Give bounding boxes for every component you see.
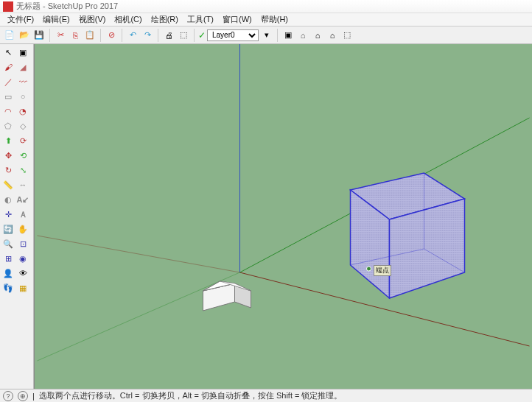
status-separator: | — [32, 392, 35, 401]
copy-button[interactable]: ⎘ — [69, 29, 82, 42]
warehouse-button[interactable]: ▣ — [281, 29, 295, 42]
rotate-tool[interactable]: ⟲ — [16, 149, 29, 162]
redo-button[interactable]: ↷ — [141, 29, 154, 42]
zoom-tool[interactable]: 🔍 — [1, 237, 15, 250]
main-area: ↖ ▣ 🖌 ◢ ／ 〰 ▭ ○ ◠ ◔ ⬠ ◇ ⬆ ⟳ ✥ ⟲ ↻ ⤡ 📏 ↔ … — [0, 44, 532, 389]
paste-button[interactable]: 📋 — [83, 29, 97, 42]
protractor-tool[interactable]: ◐ — [1, 193, 15, 206]
arc-tool[interactable]: ◠ — [1, 105, 15, 118]
status-bar: ? ⊕ | 选取两个点进行移动。Ctrl = 切换拷贝，Alt = 切换自动折叠… — [0, 389, 532, 402]
rotated-rect-tool[interactable]: ◇ — [16, 119, 29, 133]
orbit-tool[interactable]: 🔄 — [1, 222, 15, 236]
layer-visibility-check-icon: ✓ — [198, 30, 206, 40]
separator — [194, 29, 195, 42]
toolbar-left: ↖ ▣ 🖌 ◢ ／ 〰 ▭ ○ ◠ ◔ ⬠ ◇ ⬆ ⟳ ✥ ⟲ ↻ ⤡ 📏 ↔ … — [0, 44, 34, 389]
text-tool[interactable]: A↙ — [16, 193, 29, 206]
extension-manager-button[interactable]: ⬚ — [340, 29, 354, 42]
section-plane-tool[interactable]: ▦ — [16, 281, 29, 295]
make-component-tool[interactable]: ▣ — [16, 46, 29, 59]
separator — [122, 29, 122, 42]
move-tool[interactable]: ✥ — [1, 149, 15, 162]
share-model-button[interactable]: ⌂ — [311, 29, 324, 42]
separator — [277, 29, 278, 42]
circle-tool[interactable]: ○ — [16, 90, 29, 103]
extension-warehouse-button[interactable]: ⌂ — [326, 29, 339, 42]
rectangle-tool[interactable]: ▭ — [1, 90, 15, 103]
pie-tool[interactable]: ◔ — [16, 105, 29, 118]
cut-button[interactable]: ✂ — [54, 29, 67, 42]
3d-text-tool[interactable]: Ａ — [16, 208, 29, 221]
dimension-tool[interactable]: ↔ — [16, 178, 29, 191]
separator — [158, 29, 158, 42]
eraser-tool[interactable]: ◢ — [16, 60, 29, 74]
layer-manager-button[interactable]: ▾ — [260, 29, 273, 42]
app-icon — [3, 1, 13, 12]
line-tool[interactable]: ／ — [1, 75, 15, 88]
undo-button[interactable]: ↶ — [126, 29, 139, 42]
previous-view-tool[interactable]: ◉ — [16, 252, 29, 265]
separator — [49, 29, 50, 42]
freehand-tool[interactable]: 〰 — [16, 75, 29, 88]
menu-file[interactable]: 文件(F) — [3, 14, 38, 25]
menu-edit[interactable]: 编辑(E) — [38, 14, 74, 25]
scale-tool[interactable]: ⤡ — [16, 163, 29, 177]
endpoint-tooltip: 端点 — [374, 265, 391, 276]
menu-camera[interactable]: 相机(C) — [110, 14, 146, 25]
menu-draw[interactable]: 绘图(R) — [147, 14, 183, 25]
toolbar-top: 📄 📂 💾 ✂ ⎘ 📋 ⊘ ↶ ↷ 🖨 ⬚ ✓ Layer0 ▾ ▣ ⌂ ⌂ ⌂… — [0, 27, 532, 44]
zoom-extents-tool[interactable]: ⊞ — [1, 252, 15, 265]
layer-select[interactable]: Layer0 — [207, 29, 259, 41]
warehouse-3d-button[interactable]: ⌂ — [296, 29, 309, 42]
offset-tool[interactable]: ⟳ — [16, 134, 29, 147]
status-hint: 选取两个点进行移动。Ctrl = 切换拷贝，Alt = 切换自动折叠，按住 Sh… — [39, 390, 343, 401]
save-button[interactable]: 💾 — [32, 29, 46, 42]
zoom-window-tool[interactable]: ⊡ — [16, 237, 29, 250]
window-title: 无标题 - SketchUp Pro 2017 — [16, 1, 118, 12]
delete-button[interactable]: ⊘ — [105, 29, 118, 42]
axes-tool[interactable]: ✛ — [1, 208, 15, 221]
print-button[interactable]: 🖨 — [162, 29, 175, 42]
position-camera-tool[interactable]: 👤 — [1, 267, 15, 280]
separator — [100, 29, 101, 42]
paint-tool[interactable]: 🖌 — [1, 60, 15, 74]
menu-bar: 文件(F) 编辑(E) 视图(V) 相机(C) 绘图(R) 工具(T) 窗口(W… — [0, 13, 532, 27]
new-button[interactable]: 📄 — [3, 29, 16, 42]
help-icon[interactable]: ? — [3, 391, 13, 401]
menu-tools[interactable]: 工具(T) — [183, 14, 218, 25]
select-tool[interactable]: ↖ — [1, 46, 15, 59]
geolocation-icon[interactable]: ⊕ — [18, 391, 28, 401]
push-pull-tool[interactable]: ⬆ — [1, 134, 15, 147]
model-info-button[interactable]: ⬚ — [177, 29, 190, 42]
tape-tool[interactable]: 📏 — [1, 178, 15, 191]
menu-view[interactable]: 视图(V) — [74, 14, 111, 25]
title-bar: 无标题 - SketchUp Pro 2017 — [0, 0, 532, 13]
menu-help[interactable]: 帮助(H) — [256, 14, 293, 25]
pan-tool[interactable]: ✋ — [16, 222, 29, 236]
polygon-tool[interactable]: ⬠ — [1, 119, 15, 133]
follow-me-tool[interactable]: ↻ — [1, 163, 15, 177]
viewport[interactable]: 端点 — [34, 44, 532, 389]
endpoint-marker — [367, 267, 371, 271]
walk-tool[interactable]: 👣 — [1, 281, 15, 295]
look-around-tool[interactable]: 👁 — [16, 267, 29, 280]
open-button[interactable]: 📂 — [18, 29, 31, 42]
menu-window[interactable]: 窗口(W) — [218, 14, 256, 25]
